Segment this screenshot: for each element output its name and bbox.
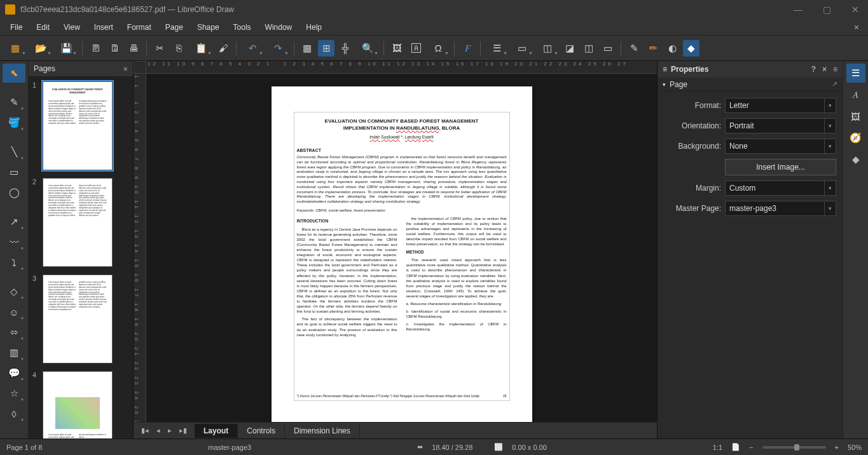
status-zoom[interactable]: 50% [848, 444, 862, 451]
menu-shape[interactable]: Shape [191, 21, 226, 34]
tab-controls[interactable]: Controls [238, 424, 285, 438]
page-thumb-4[interactable]: 4 Lorem ipsum dolor sit amet consectetur… [34, 371, 128, 438]
document-page[interactable]: EVALUATION ON COMMUNITY BASED FOREST MAN… [272, 86, 532, 422]
cut-button[interactable]: ✂ [151, 40, 168, 57]
first-page-button[interactable]: ▮◂ [139, 425, 151, 436]
menu-help[interactable]: Help [300, 21, 328, 34]
rectangle-tool[interactable]: ▭ [3, 163, 25, 182]
menu-window[interactable]: Window [259, 21, 299, 34]
grid-button[interactable]: ▦ [299, 40, 315, 57]
menu-file[interactable]: File [4, 21, 29, 34]
curve-tool[interactable]: 〰▼ [3, 233, 25, 252]
page-thumb-3[interactable]: 3 Lorem ipsum dolor sit amet consectetur… [34, 275, 128, 363]
redo-button[interactable]: ↷▼ [266, 40, 289, 57]
ellipse-tool[interactable]: ◯ [3, 183, 25, 202]
new-button[interactable]: ▦▼ [4, 40, 27, 57]
print-button[interactable]: 🖶 [125, 40, 142, 57]
connector-tool[interactable]: ⤵▼ [3, 253, 25, 272]
menu-page[interactable]: Page [159, 21, 189, 34]
prev-page-button[interactable]: ◂ [154, 425, 163, 436]
close-button[interactable]: ✕ [848, 4, 863, 15]
menu-tools[interactable]: Tools [227, 21, 258, 34]
minimize-button[interactable]: — [790, 4, 806, 15]
hamburger-icon[interactable]: ≡ [663, 65, 667, 74]
glue-button[interactable]: ✏ [645, 40, 661, 57]
edit-points-button[interactable]: ✎ [626, 40, 642, 57]
align-button[interactable]: ☰▼ [485, 40, 508, 57]
menu-insert[interactable]: Insert [88, 21, 120, 34]
insert-image-button[interactable]: 🖼 [389, 40, 405, 57]
properties-tab[interactable]: ☰ [846, 64, 865, 83]
status-master[interactable]: master-page3 [208, 444, 251, 451]
filter-button[interactable]: ▭ [600, 40, 616, 57]
textbox-button[interactable]: 🄰 [408, 40, 424, 57]
styles-tab[interactable]: 𝐴 [846, 85, 865, 104]
last-page-button[interactable]: ▸▮ [177, 425, 189, 436]
crop-button[interactable]: ◫ [581, 40, 597, 57]
export-pdf-button[interactable]: 🖺 [106, 40, 123, 57]
tab-layout[interactable]: Layout [195, 424, 238, 438]
tab-dimension[interactable]: Dimension Lines [285, 424, 360, 438]
3d-tool[interactable]: ◊▼ [3, 404, 25, 423]
export-button[interactable]: 🖹 [87, 40, 104, 57]
special-char-button[interactable]: Ω▼ [427, 40, 450, 57]
menu-format[interactable]: Format [121, 21, 158, 34]
section-more-icon[interactable]: ↗ [832, 80, 837, 88]
block-arrows-tool[interactable]: ⬄▼ [3, 323, 25, 342]
orientation-select[interactable]: Portrait▾ [725, 118, 836, 133]
symbol-tool[interactable]: ☺▼ [3, 302, 25, 322]
status-scale[interactable]: 1:1 [713, 444, 722, 451]
next-page-button[interactable]: ▸ [165, 425, 174, 436]
body-columns: INTRODUCTION Blora as a regency in Centr… [297, 216, 507, 337]
fontwork-button[interactable]: 𝐹 [459, 40, 476, 57]
maximize-button[interactable]: ▢ [819, 4, 835, 15]
callouts-tool[interactable]: 💬▼ [3, 363, 25, 383]
zoom-in-button[interactable]: + [835, 444, 839, 451]
gallery-tab[interactable]: 🖼 [846, 107, 865, 126]
zoom-out-button[interactable]: − [749, 444, 753, 451]
paste-button[interactable]: 📋▼ [189, 40, 212, 57]
close-panel-icon[interactable]: × [822, 65, 827, 74]
menu-edit[interactable]: Edit [30, 21, 56, 34]
navigator-tab[interactable]: 🧭 [846, 128, 865, 147]
menu-icon[interactable]: ≡ [833, 65, 837, 74]
draw-func-button[interactable]: ◆ [683, 40, 699, 57]
menu-view[interactable]: View [57, 21, 86, 34]
basic-shapes-tool[interactable]: ◇▼ [3, 282, 25, 301]
save-indicator-icon[interactable]: 📄 [731, 443, 740, 451]
extrusion-button[interactable]: ◐ [664, 40, 680, 57]
guides-button[interactable]: ╬ [337, 40, 354, 57]
canvas-scroll[interactable]: EVALUATION ON COMMUNITY BASED FOREST MAN… [146, 74, 657, 422]
master-select[interactable]: master-page3▾ [725, 201, 836, 216]
shadow-button[interactable]: ◪ [561, 40, 578, 57]
chevron-down-icon[interactable]: ▾ [663, 81, 666, 88]
zoom-button[interactable]: 🔍▼ [356, 40, 379, 57]
page-thumb-1[interactable]: 1 EVALUATION ON COMMUNITY BASED FOREST M… [34, 81, 128, 170]
copy-button[interactable]: ⎘ [170, 40, 187, 57]
close-document[interactable]: × [849, 22, 864, 32]
zoom-slider[interactable] [762, 446, 826, 449]
help-icon[interactable]: ? [811, 65, 816, 74]
stars-tool[interactable]: ☆▼ [3, 384, 25, 403]
fill-color-tool[interactable]: 🪣▼ [3, 113, 25, 132]
background-select[interactable]: None▾ [725, 139, 836, 154]
ruler-vertical: 1 1 1 2 3 4 5 6 7 8 9 10 11 12 13 14 15 … [134, 74, 146, 422]
page-thumb-2[interactable]: 2 Lorem ipsum dolor sit amet consectetur… [34, 178, 128, 267]
undo-button[interactable]: ↶▼ [241, 40, 264, 57]
pages-panel-close[interactable]: × [123, 64, 128, 74]
arrow-tool[interactable]: ↗▼ [3, 212, 25, 231]
snap-button[interactable]: ⊞ [318, 40, 334, 57]
margin-select[interactable]: Custom▾ [725, 180, 836, 196]
line-tool[interactable]: ╲▼ [3, 142, 25, 161]
line-color-tool[interactable]: ✎▼ [3, 93, 25, 112]
distribute-button[interactable]: ◫▼ [536, 40, 559, 57]
save-button[interactable]: 💾▼ [55, 40, 78, 57]
select-tool[interactable]: ⬉ [3, 64, 25, 83]
arrange-button[interactable]: ▭▼ [511, 40, 534, 57]
clone-format-button[interactable]: 🖌 [215, 40, 231, 57]
format-select[interactable]: Letter▾ [725, 98, 836, 113]
shapes-tab[interactable]: ◆ [846, 150, 865, 169]
flowchart-tool[interactable]: ▥▼ [3, 343, 25, 362]
open-button[interactable]: 📂▼ [29, 40, 52, 57]
insert-image-button[interactable]: Insert Image... [725, 159, 836, 175]
